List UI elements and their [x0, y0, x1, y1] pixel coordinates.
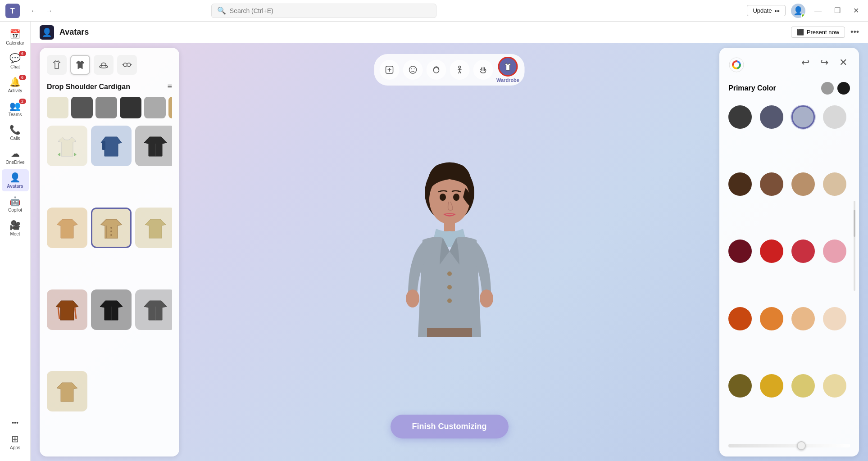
sidebar-item-calendar[interactable]: 📅 Calendar [2, 26, 29, 48]
redo-button[interactable]: ↪ [818, 54, 831, 71]
reactions-button[interactable] [379, 60, 399, 80]
wardrobe-header: Drop Shoulder Cardigan ≡ [47, 82, 172, 91]
sidebar-item-copilot[interactable]: 🤖 Copilot [2, 193, 29, 215]
color-scrollbar-thumb[interactable] [854, 210, 855, 237]
apps-icon: ⊞ [11, 434, 19, 444]
sidebar-item-meet[interactable]: 🎥 Meet [2, 217, 29, 239]
sidebar-item-avatars[interactable]: 👤 Avatars [2, 169, 29, 191]
preview-thumb-4[interactable] [120, 97, 141, 118]
wardrobe-tabs [47, 55, 172, 75]
more-options-button[interactable]: ••• [850, 27, 859, 37]
toolbar-body[interactable] [450, 60, 469, 80]
sidebar-item-teams[interactable]: 👥 2 Teams [2, 98, 29, 120]
wardrobe-tab-glasses[interactable] [117, 55, 137, 75]
svg-point-37 [447, 298, 452, 303]
preview-thumb-5[interactable] [144, 97, 166, 118]
color-dot-dark-gray[interactable] [728, 105, 752, 129]
clothes-item-10[interactable] [47, 371, 87, 411]
filter-button[interactable]: ≡ [167, 82, 172, 91]
svg-point-5 [409, 66, 416, 73]
svg-text:T: T [10, 7, 15, 15]
toolbar-hair[interactable] [426, 60, 446, 80]
wardrobe-tab-hat[interactable] [94, 55, 114, 75]
finish-customizing-button[interactable]: Finish Customizing [391, 415, 509, 438]
editor-close-button[interactable]: ✕ [836, 54, 850, 71]
clothes-item-6[interactable] [135, 208, 172, 248]
sidebar-item-onedrive[interactable]: ☁ OneDrive [2, 145, 29, 167]
sidebar-item-activity[interactable]: 🔔 6 Activity [2, 74, 29, 96]
sidebar-item-apps[interactable]: ⊞ Apps [2, 431, 29, 453]
toolbar-reactions[interactable] [379, 60, 399, 80]
color-slider-thumb[interactable] [797, 441, 806, 450]
preview-thumb-6[interactable] [168, 97, 172, 118]
color-dot-light-tan[interactable] [823, 172, 846, 196]
present-icon: ⬛ [797, 29, 804, 36]
undo-button[interactable]: ↩ [799, 54, 812, 71]
wardrobe-button[interactable] [498, 57, 518, 77]
user-avatar[interactable]: 👤 [791, 4, 805, 18]
color-dot-red[interactable] [760, 240, 783, 263]
wardrobe-tab-jacket[interactable] [70, 55, 90, 75]
wardrobe-tab-shirt[interactable] [47, 55, 67, 75]
color-dot-medium-orange[interactable] [760, 307, 783, 330]
main-layout: 📅 Calendar 💬 6 Chat 🔔 6 Activity 👥 2 Tea… [0, 22, 868, 461]
color-dot-dark-red[interactable] [728, 240, 752, 263]
teams-badge: 2 [19, 99, 26, 104]
clothes-item-8[interactable] [91, 289, 132, 330]
preview-thumb-2[interactable] [71, 97, 93, 118]
search-input[interactable] [230, 7, 431, 14]
color-dot-light-yellow[interactable] [791, 374, 815, 398]
sidebar-item-chat[interactable]: 💬 6 Chat [2, 50, 29, 72]
sidebar-item-more[interactable]: ••• [2, 416, 29, 429]
minimize-button[interactable]: — [811, 5, 825, 17]
color-dot-light-orange[interactable] [791, 307, 815, 330]
color-dot-medium-brown[interactable] [760, 172, 783, 196]
toolbar-face[interactable] [403, 60, 423, 80]
color-dot-light-blue-gray[interactable] [791, 105, 815, 129]
color-dot-medium-gray[interactable] [760, 105, 783, 129]
color-swatch-black[interactable] [837, 82, 850, 95]
svg-point-23 [110, 227, 112, 229]
preview-thumb-3[interactable] [95, 97, 117, 118]
color-dot-peach[interactable] [823, 307, 846, 330]
color-dot-tan[interactable] [791, 172, 815, 196]
color-dot-pink[interactable] [823, 240, 846, 263]
color-dot-medium-red[interactable] [791, 240, 815, 263]
toolbar-gesture[interactable] [473, 60, 493, 80]
color-dot-white-gray[interactable] [823, 105, 846, 129]
preview-thumb-1[interactable] [47, 97, 68, 118]
maximize-button[interactable]: ❐ [831, 5, 844, 17]
clothes-item-4[interactable] [47, 208, 87, 248]
body-button[interactable] [450, 60, 469, 80]
svg-point-14 [100, 65, 108, 68]
back-button[interactable]: ← [27, 5, 41, 17]
color-dot-cream[interactable] [823, 374, 846, 398]
clothes-item-3[interactable] [135, 126, 172, 166]
update-button[interactable]: Update ••• [747, 5, 785, 16]
color-brightness-slider[interactable] [728, 444, 850, 447]
clothes-item-2[interactable] [91, 126, 132, 166]
hair-button[interactable] [426, 60, 446, 80]
color-dot-dark-brown[interactable] [728, 172, 752, 196]
wardrobe-panel: Drop Shoulder Cardigan ≡ [40, 48, 179, 456]
face-button[interactable] [403, 60, 423, 80]
close-button[interactable]: ✕ [850, 5, 863, 17]
color-dot-olive[interactable] [728, 374, 752, 398]
sidebar-item-calls[interactable]: 📞 Calls [2, 122, 29, 144]
color-swatch-gray[interactable] [821, 82, 834, 95]
svg-point-36 [447, 285, 452, 289]
clothes-item-7[interactable] [47, 289, 87, 330]
color-dot-orange[interactable] [728, 307, 752, 330]
forward-button[interactable]: → [42, 5, 56, 17]
clothes-item-5[interactable] [91, 208, 132, 248]
svg-line-27 [75, 307, 76, 319]
gesture-button[interactable] [473, 60, 493, 80]
color-scrollbar[interactable] [854, 201, 855, 291]
present-now-button[interactable]: ⬛ Present now [791, 27, 845, 38]
clothes-item-9[interactable] [135, 289, 172, 330]
clothes-item-1[interactable] [47, 126, 87, 166]
color-dot-yellow[interactable] [760, 374, 783, 398]
svg-point-25 [110, 234, 112, 236]
onedrive-icon: ☁ [11, 148, 20, 159]
toolbar-wardrobe[interactable]: Wardrobe [496, 57, 519, 83]
